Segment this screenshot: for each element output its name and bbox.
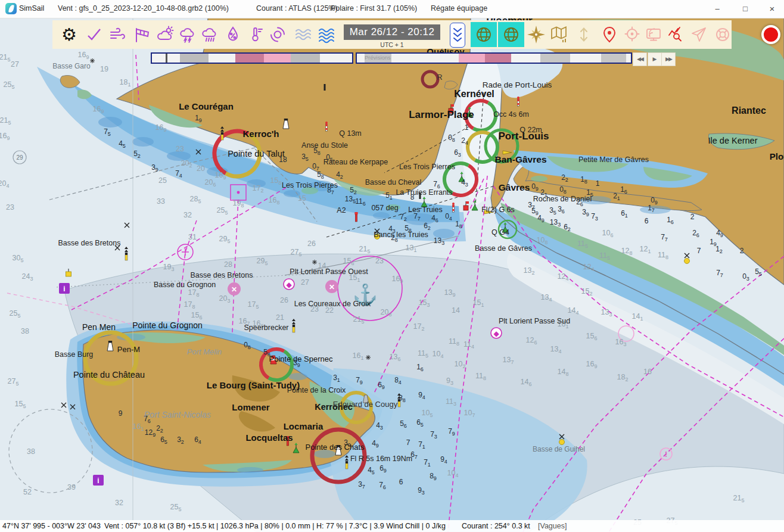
depth-sounding: 21 <box>276 313 284 322</box>
map-label: ✕ <box>329 283 335 291</box>
map-label: Roches de Daniel <box>533 195 592 203</box>
globe-grib-button[interactable] <box>471 22 497 47</box>
area-square <box>237 191 240 194</box>
chart-search-icon <box>667 26 685 43</box>
assistance-button[interactable] <box>712 24 733 45</box>
map-label: Basse Burg <box>55 350 94 359</box>
depth-sounding: 52 <box>23 488 32 496</box>
timeline-cursor[interactable] <box>166 54 167 63</box>
map-label: Q 22m <box>519 126 542 134</box>
waves-blue-button[interactable] <box>316 24 338 45</box>
drying <box>237 467 263 473</box>
map-label: ! <box>665 450 667 459</box>
timeline-bar-left[interactable] <box>151 52 353 64</box>
play-button[interactable]: ▶ <box>648 52 662 66</box>
app-title: SimSail <box>19 4 44 13</box>
validate-button[interactable] <box>83 24 105 45</box>
nautical-chart[interactable]: ⚓◆◆✕✕ii!29215272552151692042330524325538… <box>0 0 784 532</box>
collapse-toolbar-button[interactable] <box>450 23 465 48</box>
map-label: Basse des Bretons <box>191 271 253 279</box>
step-forward-button[interactable]: ▶▶ <box>661 52 676 66</box>
close-button[interactable]: × <box>760 0 784 17</box>
humidity-button[interactable] <box>222 24 244 45</box>
record-button[interactable] <box>761 25 780 44</box>
map-label: Pointe du Château <box>73 370 145 379</box>
timeline-bar-right[interactable] <box>356 52 632 64</box>
maximize-button[interactable]: □ <box>733 0 757 17</box>
depth-sounding: 6 <box>399 478 403 486</box>
menu-courant[interactable]: Courant : ATLAS (125%) <box>256 4 338 13</box>
map-label: Occ 4s 6m <box>493 110 529 119</box>
toolbar: ⚙ Mar 26/12 <box>52 20 732 49</box>
waves-light-button[interactable] <box>293 24 315 45</box>
titlebar: SimSail Vent : gfs_0_25_2023-12-20_10-48… <box>0 0 784 18</box>
timeline-segment <box>291 54 320 63</box>
screen-share-button[interactable] <box>643 24 664 45</box>
depth-sounding: 38 <box>21 327 29 335</box>
map-label: ◆ <box>286 281 292 289</box>
rain-button[interactable] <box>200 24 221 45</box>
map-label: Port Melin <box>187 347 222 356</box>
map-label: Rade de Port-Louis <box>483 80 552 89</box>
globe-icon <box>474 25 493 44</box>
thermometer-button[interactable] <box>245 24 266 45</box>
windsock-icon <box>133 26 151 43</box>
send-button[interactable] <box>688 24 710 45</box>
red-flag <box>466 201 469 204</box>
map-label: Basse du Cheval <box>365 178 422 186</box>
windsock-button[interactable] <box>131 24 153 45</box>
map-label: Q 13m <box>339 129 362 138</box>
map-label: Plt Lorient Passe Ouest <box>290 267 368 276</box>
target-mark-button[interactable] <box>621 24 643 45</box>
depth-sounding: 7 <box>406 438 410 447</box>
chart-catalog-button[interactable] <box>549 24 570 45</box>
depth-sounding: 27 <box>11 60 19 69</box>
menu-polaire[interactable]: Polaire : First 31.7 (105%) <box>331 4 417 13</box>
compass-rose-icon <box>527 25 546 44</box>
storm-button[interactable] <box>178 24 199 45</box>
cyclone-button[interactable] <box>267 24 288 45</box>
rock-icon <box>366 355 371 360</box>
map-label: Speerbrecker <box>244 323 288 332</box>
map-label: 057 deg <box>371 204 398 212</box>
map-label: Le Bourg (Saint-Tudy) <box>207 380 300 390</box>
wind-button[interactable] <box>107 24 129 45</box>
lifebuoy-icon <box>714 26 732 43</box>
spar-buoy <box>325 128 327 130</box>
cardinal-buoy <box>125 253 127 255</box>
location-pin-icon <box>601 26 618 43</box>
menu-regate[interactable]: Régate équipage <box>431 4 487 13</box>
sun-cloud-button[interactable] <box>155 24 176 45</box>
map-label: Basse de Gâvres <box>475 244 532 253</box>
target-pin-icon <box>623 26 641 43</box>
map-label: Les Trois Pierres <box>399 163 455 171</box>
datetime-display[interactable]: Mar 26/12 - 20:12 <box>344 24 440 40</box>
menu-vent[interactable]: Vent : gfs_0_25_2023-12-20_10-48-08.grb2… <box>58 4 229 13</box>
drying <box>373 212 390 219</box>
settings-button[interactable]: ⚙ <box>58 24 80 45</box>
depth-sounding: 14 <box>452 306 460 315</box>
compass-rose-button[interactable] <box>525 24 547 45</box>
waves-blue-icon <box>318 26 337 43</box>
red-flag <box>451 104 454 107</box>
waves-status: [Vagues] <box>538 522 567 530</box>
map-label: Ban-Gâvres <box>494 154 546 164</box>
cardinal-buoy <box>346 461 348 463</box>
depth-sounding: 26 <box>307 239 316 248</box>
drop-mark-button[interactable] <box>599 24 620 45</box>
drying <box>640 206 671 214</box>
weed <box>531 176 547 182</box>
globe-current-button[interactable] <box>498 22 524 47</box>
yellow-buoy <box>559 440 565 445</box>
vertical-scale-button[interactable] <box>573 24 595 45</box>
map-label: Plou <box>770 151 784 161</box>
polar-analysis-button[interactable] <box>665 24 687 45</box>
timeline-segment <box>264 54 291 63</box>
map-label: Kernével <box>454 89 494 99</box>
minimize-button[interactable]: – <box>705 0 729 17</box>
map-label: Locqueltas <box>245 433 293 443</box>
spar-buoy <box>325 122 328 124</box>
step-back-button[interactable]: ◀◀ <box>633 52 647 66</box>
map-label: Pointe de la Croix <box>287 386 346 394</box>
map-label: Pointe du Grognon <box>132 321 203 330</box>
